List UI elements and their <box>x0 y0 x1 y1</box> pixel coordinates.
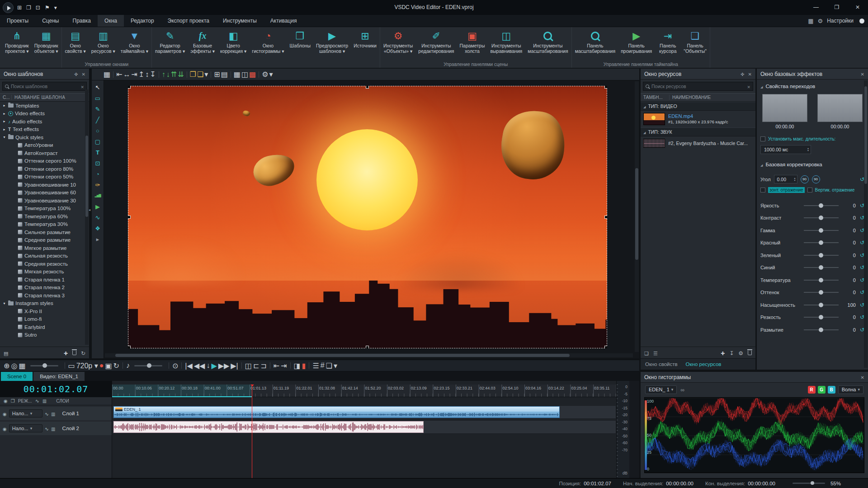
histogram-window-button[interactable]: ◔ Окно гистограммы ▾ <box>249 27 287 61</box>
template-tree-item[interactable]: Уравновешивание 10 <box>0 181 89 189</box>
line-tool[interactable]: ╱ <box>93 115 103 124</box>
settings-gear-icon[interactable] <box>818 17 823 25</box>
template-tree-item[interactable]: Среднее размытие <box>0 236 89 244</box>
maximize-button[interactable]: ❐ <box>826 0 847 15</box>
select-tool[interactable]: ↖ <box>93 83 103 92</box>
move-down-icon[interactable]: ↓ <box>166 70 170 79</box>
copy-icon[interactable]: ❐ <box>26 5 31 11</box>
close-button[interactable]: ✕ <box>847 0 868 15</box>
editing-tools-button[interactable]: ✐ Инструменты редактирования <box>415 27 457 61</box>
close-panel-icon[interactable] <box>861 71 864 77</box>
new-project-icon[interactable]: ⊞ <box>17 5 22 11</box>
menu-item[interactable]: Инструменты <box>216 15 264 27</box>
slider[interactable] <box>804 217 839 218</box>
resources-search-input[interactable] <box>651 84 745 89</box>
align-center-icon[interactable]: ↔ <box>123 70 131 79</box>
template-tree-item[interactable]: Старая пленка 2 <box>0 284 89 292</box>
template-tree-item[interactable]: ▸ Text effects <box>0 126 89 134</box>
project-explorer-button[interactable]: ⋔ Проводник проектов ▾ <box>2 27 32 61</box>
film-icon[interactable]: ▦ <box>19 361 25 370</box>
template-tree-item[interactable]: Оттенки серого 100% <box>0 157 89 165</box>
spinner-icon[interactable] <box>794 177 796 182</box>
forward-icon[interactable]: ▶▶ <box>218 361 230 370</box>
layer-grid-icon[interactable] <box>51 409 55 418</box>
go-end-icon[interactable]: ▶| <box>231 361 238 370</box>
canvas-params-button[interactable]: ▣ Параметры холста <box>457 27 488 61</box>
template-tree-item[interactable]: ▸ Templates <box>0 102 89 110</box>
add-template-button[interactable] <box>64 349 68 357</box>
parameters-editor-button[interactable]: ✎ Редактор параметров ▾ <box>152 27 188 61</box>
template-tree-item[interactable]: Earlybird <box>0 323 89 331</box>
selection-handle[interactable] <box>604 216 607 219</box>
import-resource-button[interactable] <box>729 349 734 357</box>
refresh-templates-button[interactable] <box>81 349 85 357</box>
align-top-icon[interactable]: ↥ <box>138 70 144 79</box>
snapshot-icon[interactable]: ▣ <box>105 361 112 370</box>
layer-visibility-toggle[interactable] <box>3 424 7 432</box>
slider[interactable] <box>804 280 839 281</box>
layer-wave-icon[interactable] <box>45 409 49 418</box>
playhead[interactable] <box>252 385 252 478</box>
align-middle-icon[interactable]: ↕ <box>145 70 149 79</box>
objects-tools-button[interactable]: ⚙ Инструменты «Объекты» ▾ <box>381 27 415 61</box>
template-tree-item[interactable]: Температура 30% <box>0 221 89 229</box>
tab-properties-window[interactable]: Окно свойств <box>645 361 678 367</box>
playback-panel-button[interactable]: ▶ Панель проигрывания <box>618 27 655 61</box>
selection-handle[interactable] <box>366 86 369 89</box>
template-tree-item[interactable]: ▸ Video effects <box>0 110 89 118</box>
paste-caret-icon[interactable]: ▾ <box>204 70 208 79</box>
menu-item[interactable]: Сцены <box>35 15 66 27</box>
template-tree-item[interactable]: X-Pro II <box>0 307 89 315</box>
split-icon[interactable]: ◫ <box>245 361 252 370</box>
slider[interactable] <box>804 230 839 231</box>
template-tree-item[interactable]: АвтоКонтраст <box>0 149 89 157</box>
template-tree-item[interactable]: Старая пленка 3 <box>0 291 89 300</box>
more-caret-icon[interactable]: ▾ <box>334 361 337 370</box>
slider[interactable] <box>804 255 839 256</box>
slider[interactable] <box>804 305 839 305</box>
rewind-icon[interactable]: ◀◀ <box>194 361 205 370</box>
layers-icon[interactable]: ▤ <box>221 70 228 79</box>
template-tree-item[interactable]: Sutro <box>0 331 89 339</box>
layout-icon[interactable]: ◨ <box>294 361 301 370</box>
sources-button[interactable]: ⊞ Источники <box>351 27 379 61</box>
link-icon[interactable] <box>680 385 684 394</box>
template-tree-item[interactable]: Мягкое размытие <box>0 244 89 252</box>
canvas-vertical-scrollbar[interactable] <box>635 81 639 352</box>
account-status-icon[interactable] <box>859 19 864 23</box>
blue-channel-button[interactable]: B <box>828 386 835 394</box>
zoom-slider[interactable] <box>30 365 58 366</box>
template-tree-item[interactable]: Мягкая резкость <box>0 268 89 276</box>
template-tree-item[interactable]: АвтоУровни <box>0 141 89 150</box>
template-tree-item[interactable]: Уравновешивание 60 <box>0 189 89 197</box>
align-left-icon[interactable]: ⇤ <box>116 70 122 79</box>
crop-icon[interactable]: ▩ <box>249 70 256 79</box>
template-tree-item[interactable]: Оттенки серого 80% <box>0 165 89 173</box>
rect-tool[interactable]: ▢ <box>93 137 103 146</box>
close-panel-icon[interactable] <box>82 71 85 77</box>
preview-quality-select[interactable]: 720p ▾ <box>76 361 98 370</box>
template-tree-item[interactable]: ▾ Instagram styles <box>0 300 89 308</box>
layer-wave-icon[interactable] <box>45 424 49 432</box>
templates-scrollbar[interactable] <box>85 89 89 345</box>
video-section-header[interactable]: ТИП: ВИДЕО <box>641 102 755 111</box>
objects-panel-button[interactable]: ❏ Панель "Объекты" <box>681 27 709 61</box>
template-tree-item[interactable]: Температура 100% <box>0 205 89 213</box>
minimize-button[interactable]: — <box>806 0 826 15</box>
audio-object-tool[interactable]: ∿ <box>93 213 103 222</box>
template-tree-item[interactable]: Температура 60% <box>0 212 89 221</box>
template-tree-item[interactable]: Старая пленка 1 <box>0 276 89 284</box>
chart-tool[interactable]: ▂▅▇ <box>93 191 103 200</box>
copy-object-icon[interactable]: ❐ <box>190 70 196 79</box>
delete-template-button[interactable] <box>72 351 76 355</box>
menu-item[interactable]: Правка <box>66 15 98 27</box>
align-bottom-icon[interactable]: ↧ <box>150 70 156 79</box>
volume-slider[interactable] <box>134 365 162 366</box>
layer-row[interactable]: Нало... Слой 1 <box>0 407 112 420</box>
angle-input[interactable]: 0.00 <box>774 175 797 183</box>
time-icon[interactable]: ⊙ <box>172 361 178 370</box>
go-start-icon[interactable]: |◀ <box>185 361 192 370</box>
pipette-tool[interactable]: ✑ <box>93 180 103 189</box>
app-logo-icon[interactable] <box>3 2 14 13</box>
paste-object-icon[interactable]: ❏ <box>197 70 203 79</box>
